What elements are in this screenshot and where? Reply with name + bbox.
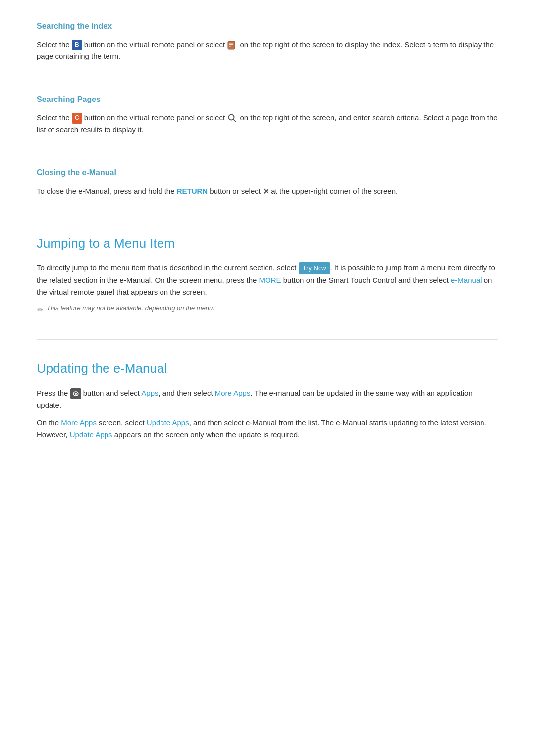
smart-hub-icon — [70, 388, 81, 399]
updating-para-1: Press the button and select Apps, and th… — [37, 387, 498, 412]
svg-rect-3 — [229, 46, 231, 47]
index-icon — [227, 40, 238, 50]
searching-index-heading: Searching the Index — [37, 20, 498, 33]
updating-emanual-section: Updating the e-Manual Press the button a… — [37, 353, 498, 441]
divider-1 — [37, 79, 498, 79]
b-button-badge: B — [72, 40, 82, 50]
searching-pages-heading: Searching Pages — [37, 93, 498, 106]
searching-pages-section: Searching Pages Select the C button on t… — [37, 93, 498, 136]
closing-emanual-heading: Closing the e-Manual — [37, 166, 498, 179]
searching-pages-paragraph: Select the C button on the virtual remot… — [37, 112, 498, 137]
emanual-link[interactable]: e-Manual — [451, 276, 482, 284]
apps-link-1[interactable]: Apps — [141, 389, 158, 397]
updating-para-2: On the More Apps screen, select Update A… — [37, 417, 498, 442]
note-text: This feature may not be available, depen… — [47, 303, 214, 314]
divider-2 — [37, 152, 498, 152]
more-apps-link-2[interactable]: More Apps — [61, 418, 97, 427]
updating-emanual-heading: Updating the e-Manual — [37, 353, 498, 379]
search-icon — [227, 113, 238, 124]
searching-index-paragraph: Select the B button on the virtual remot… — [37, 39, 498, 63]
jumping-menu-heading: Jumping to a Menu Item — [37, 228, 498, 254]
svg-point-7 — [75, 393, 77, 395]
more-link[interactable]: MORE — [259, 276, 281, 284]
svg-rect-2 — [229, 44, 233, 45]
svg-rect-0 — [228, 41, 235, 49]
svg-line-5 — [233, 119, 236, 122]
jumping-menu-paragraph: To directly jump to the menu item that i… — [37, 262, 498, 299]
svg-rect-1 — [229, 43, 233, 44]
close-x-icon: ✕ — [263, 185, 269, 198]
searching-index-section: Searching the Index Select the B button … — [37, 20, 498, 63]
c-button-badge: C — [72, 113, 82, 124]
divider-4 — [37, 339, 498, 340]
jumping-menu-section: Jumping to a Menu Item To directly jump … — [37, 228, 498, 315]
update-apps-link-2[interactable]: Update Apps — [70, 430, 112, 439]
pencil-icon: ✏ — [37, 304, 43, 315]
note-row: ✏ This feature may not be available, dep… — [37, 303, 498, 315]
closing-emanual-section: Closing the e-Manual To close the e-Manu… — [37, 166, 498, 198]
update-apps-link-1[interactable]: Update Apps — [147, 418, 189, 427]
more-apps-link-1[interactable]: More Apps — [215, 389, 251, 397]
divider-3 — [37, 214, 498, 214]
return-highlight: RETURN — [177, 187, 208, 195]
try-now-badge[interactable]: Try Now — [299, 262, 330, 274]
closing-emanual-paragraph: To close the e-Manual, press and hold th… — [37, 185, 498, 198]
